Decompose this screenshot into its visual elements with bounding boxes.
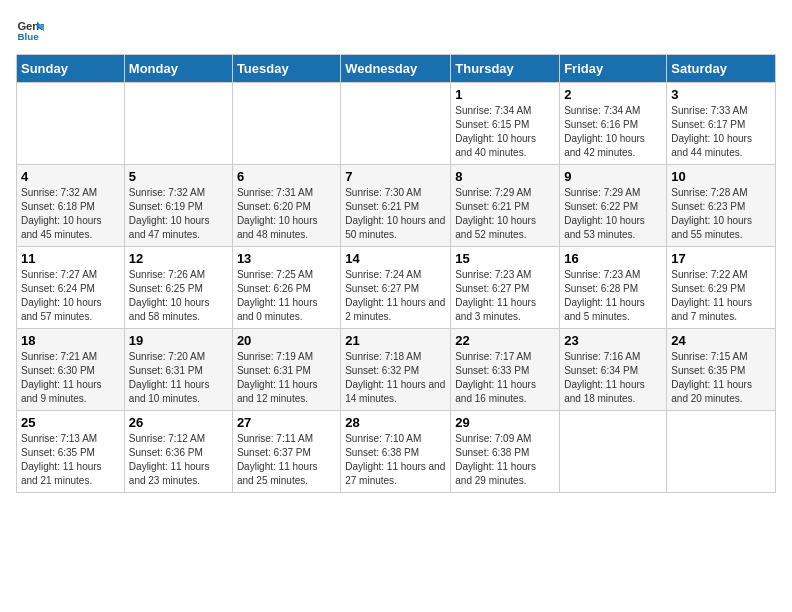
day-number: 8 [455,169,555,184]
day-info: Sunrise: 7:31 AM Sunset: 6:20 PM Dayligh… [237,186,336,242]
calendar-cell [17,83,125,165]
day-number: 26 [129,415,228,430]
day-number: 22 [455,333,555,348]
day-number: 11 [21,251,120,266]
day-number: 13 [237,251,336,266]
day-number: 19 [129,333,228,348]
day-info: Sunrise: 7:24 AM Sunset: 6:27 PM Dayligh… [345,268,446,324]
day-info: Sunrise: 7:11 AM Sunset: 6:37 PM Dayligh… [237,432,336,488]
day-number: 24 [671,333,771,348]
calendar-cell [341,83,451,165]
day-number: 9 [564,169,662,184]
calendar-cell: 9Sunrise: 7:29 AM Sunset: 6:22 PM Daylig… [560,165,667,247]
week-row-4: 25Sunrise: 7:13 AM Sunset: 6:35 PM Dayli… [17,411,776,493]
calendar-cell: 17Sunrise: 7:22 AM Sunset: 6:29 PM Dayli… [667,247,776,329]
calendar-cell: 14Sunrise: 7:24 AM Sunset: 6:27 PM Dayli… [341,247,451,329]
header-thursday: Thursday [451,55,560,83]
week-row-0: 1Sunrise: 7:34 AM Sunset: 6:15 PM Daylig… [17,83,776,165]
day-number: 28 [345,415,446,430]
week-row-2: 11Sunrise: 7:27 AM Sunset: 6:24 PM Dayli… [17,247,776,329]
header-sunday: Sunday [17,55,125,83]
calendar-cell: 8Sunrise: 7:29 AM Sunset: 6:21 PM Daylig… [451,165,560,247]
day-number: 2 [564,87,662,102]
day-number: 5 [129,169,228,184]
day-info: Sunrise: 7:28 AM Sunset: 6:23 PM Dayligh… [671,186,771,242]
calendar-cell: 29Sunrise: 7:09 AM Sunset: 6:38 PM Dayli… [451,411,560,493]
day-info: Sunrise: 7:10 AM Sunset: 6:38 PM Dayligh… [345,432,446,488]
header-monday: Monday [124,55,232,83]
day-info: Sunrise: 7:19 AM Sunset: 6:31 PM Dayligh… [237,350,336,406]
day-info: Sunrise: 7:30 AM Sunset: 6:21 PM Dayligh… [345,186,446,242]
day-info: Sunrise: 7:15 AM Sunset: 6:35 PM Dayligh… [671,350,771,406]
calendar-cell: 24Sunrise: 7:15 AM Sunset: 6:35 PM Dayli… [667,329,776,411]
day-info: Sunrise: 7:12 AM Sunset: 6:36 PM Dayligh… [129,432,228,488]
calendar-cell: 25Sunrise: 7:13 AM Sunset: 6:35 PM Dayli… [17,411,125,493]
day-number: 14 [345,251,446,266]
calendar-table: SundayMondayTuesdayWednesdayThursdayFrid… [16,54,776,493]
logo: General Blue [16,16,48,44]
calendar-cell: 26Sunrise: 7:12 AM Sunset: 6:36 PM Dayli… [124,411,232,493]
day-number: 15 [455,251,555,266]
day-info: Sunrise: 7:32 AM Sunset: 6:18 PM Dayligh… [21,186,120,242]
calendar-header-row: SundayMondayTuesdayWednesdayThursdayFrid… [17,55,776,83]
calendar-cell: 13Sunrise: 7:25 AM Sunset: 6:26 PM Dayli… [232,247,340,329]
day-number: 25 [21,415,120,430]
day-info: Sunrise: 7:34 AM Sunset: 6:16 PM Dayligh… [564,104,662,160]
header-saturday: Saturday [667,55,776,83]
header-friday: Friday [560,55,667,83]
day-info: Sunrise: 7:23 AM Sunset: 6:28 PM Dayligh… [564,268,662,324]
calendar-cell: 28Sunrise: 7:10 AM Sunset: 6:38 PM Dayli… [341,411,451,493]
header-tuesday: Tuesday [232,55,340,83]
day-number: 27 [237,415,336,430]
calendar-cell: 5Sunrise: 7:32 AM Sunset: 6:19 PM Daylig… [124,165,232,247]
day-info: Sunrise: 7:18 AM Sunset: 6:32 PM Dayligh… [345,350,446,406]
calendar-cell: 15Sunrise: 7:23 AM Sunset: 6:27 PM Dayli… [451,247,560,329]
day-number: 18 [21,333,120,348]
day-info: Sunrise: 7:34 AM Sunset: 6:15 PM Dayligh… [455,104,555,160]
day-number: 3 [671,87,771,102]
calendar-cell: 12Sunrise: 7:26 AM Sunset: 6:25 PM Dayli… [124,247,232,329]
calendar-cell: 16Sunrise: 7:23 AM Sunset: 6:28 PM Dayli… [560,247,667,329]
day-number: 10 [671,169,771,184]
day-number: 12 [129,251,228,266]
calendar-cell: 6Sunrise: 7:31 AM Sunset: 6:20 PM Daylig… [232,165,340,247]
day-number: 17 [671,251,771,266]
calendar-cell [124,83,232,165]
day-info: Sunrise: 7:29 AM Sunset: 6:21 PM Dayligh… [455,186,555,242]
day-number: 1 [455,87,555,102]
header: General Blue [16,16,776,44]
calendar-cell: 10Sunrise: 7:28 AM Sunset: 6:23 PM Dayli… [667,165,776,247]
calendar-cell: 20Sunrise: 7:19 AM Sunset: 6:31 PM Dayli… [232,329,340,411]
day-info: Sunrise: 7:33 AM Sunset: 6:17 PM Dayligh… [671,104,771,160]
day-info: Sunrise: 7:25 AM Sunset: 6:26 PM Dayligh… [237,268,336,324]
calendar-cell: 3Sunrise: 7:33 AM Sunset: 6:17 PM Daylig… [667,83,776,165]
calendar-cell: 22Sunrise: 7:17 AM Sunset: 6:33 PM Dayli… [451,329,560,411]
calendar-cell: 11Sunrise: 7:27 AM Sunset: 6:24 PM Dayli… [17,247,125,329]
svg-text:Blue: Blue [17,31,39,42]
calendar-cell: 7Sunrise: 7:30 AM Sunset: 6:21 PM Daylig… [341,165,451,247]
header-wednesday: Wednesday [341,55,451,83]
calendar-cell [560,411,667,493]
calendar-cell [232,83,340,165]
day-info: Sunrise: 7:26 AM Sunset: 6:25 PM Dayligh… [129,268,228,324]
calendar-cell: 19Sunrise: 7:20 AM Sunset: 6:31 PM Dayli… [124,329,232,411]
day-info: Sunrise: 7:17 AM Sunset: 6:33 PM Dayligh… [455,350,555,406]
calendar-cell: 1Sunrise: 7:34 AM Sunset: 6:15 PM Daylig… [451,83,560,165]
day-number: 6 [237,169,336,184]
day-number: 29 [455,415,555,430]
calendar-body: 1Sunrise: 7:34 AM Sunset: 6:15 PM Daylig… [17,83,776,493]
day-info: Sunrise: 7:23 AM Sunset: 6:27 PM Dayligh… [455,268,555,324]
day-info: Sunrise: 7:22 AM Sunset: 6:29 PM Dayligh… [671,268,771,324]
day-number: 4 [21,169,120,184]
day-info: Sunrise: 7:29 AM Sunset: 6:22 PM Dayligh… [564,186,662,242]
day-number: 16 [564,251,662,266]
calendar-cell: 21Sunrise: 7:18 AM Sunset: 6:32 PM Dayli… [341,329,451,411]
calendar-cell: 27Sunrise: 7:11 AM Sunset: 6:37 PM Dayli… [232,411,340,493]
calendar-cell: 23Sunrise: 7:16 AM Sunset: 6:34 PM Dayli… [560,329,667,411]
day-number: 20 [237,333,336,348]
calendar-cell: 4Sunrise: 7:32 AM Sunset: 6:18 PM Daylig… [17,165,125,247]
day-number: 21 [345,333,446,348]
day-info: Sunrise: 7:27 AM Sunset: 6:24 PM Dayligh… [21,268,120,324]
week-row-3: 18Sunrise: 7:21 AM Sunset: 6:30 PM Dayli… [17,329,776,411]
day-number: 7 [345,169,446,184]
